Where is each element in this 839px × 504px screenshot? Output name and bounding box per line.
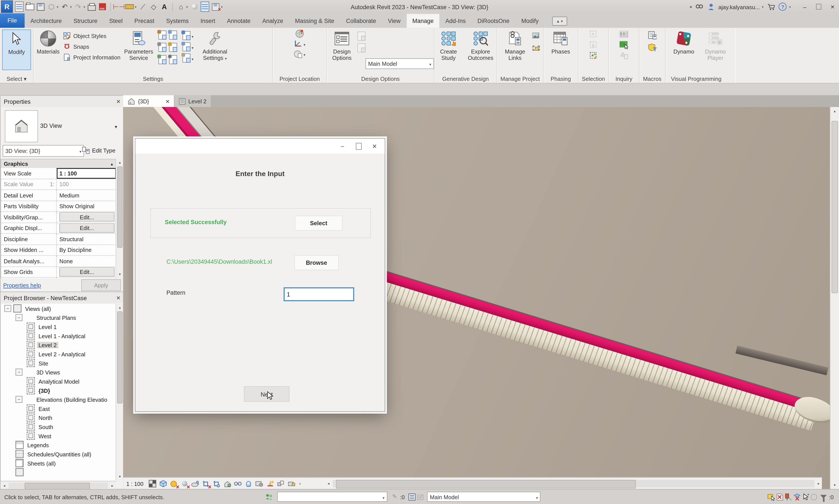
dynamo-button[interactable]: Dynamo bbox=[670, 30, 698, 56]
pinned-elements-icon[interactable] bbox=[784, 492, 792, 501]
tab-modify[interactable]: Modify bbox=[515, 14, 545, 28]
open-icon[interactable] bbox=[26, 2, 34, 11]
design-options-button[interactable]: Design Options bbox=[327, 30, 357, 62]
undo-icon[interactable]: ↶ bbox=[60, 2, 69, 11]
close-button[interactable]: × bbox=[827, 2, 838, 12]
tree-item-west[interactable]: West bbox=[1, 431, 116, 440]
edit-button[interactable]: Edit... bbox=[59, 267, 114, 276]
thin-lines-icon[interactable] bbox=[201, 2, 209, 11]
global-parameters-icon[interactable] bbox=[158, 43, 166, 51]
select-by-face-icon[interactable] bbox=[793, 492, 801, 501]
3d-viewport[interactable]: – × Enter the Input Selected Successfull… bbox=[123, 107, 831, 490]
phases-button[interactable]: Phases bbox=[546, 30, 575, 56]
tree-item-north[interactable]: North bbox=[1, 413, 116, 422]
help-icon[interactable]: ? bbox=[779, 2, 787, 11]
tree-item-east[interactable]: East bbox=[1, 404, 116, 413]
shadows-icon[interactable] bbox=[180, 480, 189, 488]
panel-schedule-templates-button[interactable] bbox=[182, 54, 193, 63]
property-row[interactable]: Visibility/Grap...Edit... bbox=[1, 212, 116, 223]
macro-security-icon[interactable] bbox=[648, 43, 657, 51]
section-graphics[interactable]: Graphics▴ bbox=[0, 159, 116, 168]
tab-massing-site[interactable]: Massing & Site bbox=[289, 14, 340, 28]
tab-steel[interactable]: Steel bbox=[103, 14, 128, 28]
tab-precast[interactable]: Precast bbox=[128, 14, 160, 28]
structural-settings-button[interactable] bbox=[182, 31, 193, 40]
edit-button[interactable]: Edit... bbox=[59, 223, 114, 233]
property-value[interactable]: 1 : 100 bbox=[59, 170, 77, 176]
tab-collaborate[interactable]: Collaborate bbox=[340, 14, 382, 28]
panel-design-options-label[interactable]: Design Options bbox=[327, 75, 434, 82]
project-units-icon[interactable] bbox=[169, 55, 177, 64]
collapse-search-icon[interactable]: ◂ bbox=[690, 4, 692, 9]
tree-item-elevations-building-elevatio[interactable]: –Elevations (Building Elevatio bbox=[1, 395, 116, 404]
tab-add-ins[interactable]: Add-Ins bbox=[440, 14, 472, 28]
mep-settings-button[interactable] bbox=[182, 42, 193, 51]
active-design-option-select[interactable]: Main Model bbox=[365, 58, 434, 69]
panel-settings-label[interactable]: Settings bbox=[34, 75, 272, 82]
property-row[interactable]: View Scale1 : 100 bbox=[1, 168, 116, 179]
worksets-select[interactable] bbox=[277, 492, 387, 502]
snaps-button[interactable]: ΩSnaps bbox=[63, 41, 121, 52]
collapse-icon[interactable]: – bbox=[4, 305, 11, 312]
minimize-button[interactable]: – bbox=[800, 2, 810, 12]
text-icon[interactable]: A bbox=[160, 2, 168, 11]
reveal-constraints-icon[interactable] bbox=[266, 480, 274, 488]
panel-manage-project-label[interactable]: Manage Project bbox=[497, 75, 543, 82]
background-processes-icon[interactable] bbox=[810, 492, 818, 501]
project-parameters-icon[interactable] bbox=[158, 31, 166, 39]
dialog-title-bar[interactable]: – × bbox=[136, 139, 385, 154]
property-row[interactable]: Show Hidden ...By Discipline bbox=[1, 245, 116, 256]
revit-logo-icon[interactable]: R bbox=[1, 0, 13, 13]
next-button[interactable]: Next bbox=[244, 386, 289, 402]
viewport-vscrollbar[interactable]: ▴ ▾ bbox=[830, 107, 839, 490]
additional-settings-button[interactable]: Additional Settings bbox=[197, 30, 233, 62]
property-row[interactable]: Default Analys...None bbox=[1, 256, 116, 267]
browse-button[interactable]: Browse bbox=[294, 255, 339, 270]
location-icon[interactable] bbox=[296, 30, 304, 38]
search-icon[interactable] bbox=[695, 2, 703, 11]
worksets-icon[interactable] bbox=[265, 492, 274, 501]
edit-button[interactable]: Edit... bbox=[59, 213, 114, 222]
shared-parameters-icon[interactable] bbox=[169, 31, 177, 39]
dialog-close-button[interactable]: × bbox=[368, 141, 381, 151]
tab-structure[interactable]: Structure bbox=[68, 14, 103, 28]
property-row[interactable]: Parts VisibilityShow Original bbox=[1, 201, 116, 212]
property-value[interactable]: 100 bbox=[59, 181, 69, 187]
model-line-icon[interactable]: ⟋ bbox=[139, 2, 147, 11]
tree-item[interactable] bbox=[1, 468, 116, 477]
decal-types-icon[interactable] bbox=[532, 32, 541, 40]
property-row[interactable]: DisciplineStructural bbox=[1, 234, 116, 245]
temporary-hide-isolate-icon[interactable] bbox=[234, 480, 242, 488]
detail-level-icon[interactable] bbox=[148, 480, 157, 488]
panel-project-location-label[interactable]: Project Location bbox=[273, 75, 326, 82]
signed-in-user[interactable]: ajay.kalyanasu... bbox=[718, 3, 760, 10]
coordinates-button[interactable] bbox=[294, 39, 305, 48]
pick-to-edit-icon[interactable] bbox=[357, 43, 365, 52]
panel-select-label[interactable]: Select ▾ bbox=[0, 75, 33, 82]
view-dropdown-icon[interactable]: ▾ bbox=[186, 5, 188, 8]
visual-style-icon[interactable] bbox=[159, 480, 167, 488]
browser-hscrollbar[interactable]: ◂▸ bbox=[0, 481, 116, 490]
save-icon[interactable] bbox=[36, 2, 45, 11]
export-pdf-icon[interactable]: PDF bbox=[98, 2, 106, 11]
tab-architecture[interactable]: Architecture bbox=[24, 14, 68, 28]
modify-button[interactable]: Modify bbox=[2, 30, 31, 70]
panel-macros-label[interactable]: Macros bbox=[640, 75, 665, 82]
sun-path-icon[interactable] bbox=[170, 480, 178, 488]
exclude-options-icon[interactable] bbox=[767, 492, 775, 501]
tab-insert[interactable]: Insert bbox=[195, 14, 221, 28]
edit-selection-icon[interactable] bbox=[589, 51, 597, 60]
type-selector[interactable]: 3D View bbox=[40, 110, 119, 141]
restore-button[interactable] bbox=[813, 2, 824, 12]
collapse-icon[interactable]: – bbox=[16, 314, 22, 321]
close-icon[interactable] bbox=[116, 294, 120, 302]
tab-analyze[interactable]: Analyze bbox=[256, 14, 289, 28]
measure-icon[interactable] bbox=[125, 2, 134, 11]
property-row[interactable]: Graphic Displ...Edit... bbox=[1, 223, 116, 234]
collapse-icon[interactable]: – bbox=[16, 368, 22, 376]
press-drag-icon[interactable] bbox=[775, 492, 784, 501]
purge-unused-icon[interactable] bbox=[158, 55, 166, 64]
browser-scrollbar[interactable]: ▴▾ bbox=[115, 304, 124, 481]
lock-3d-view-icon[interactable] bbox=[223, 480, 231, 488]
ribbon-collapse-icon[interactable]: ▲ ▾ bbox=[552, 17, 567, 26]
